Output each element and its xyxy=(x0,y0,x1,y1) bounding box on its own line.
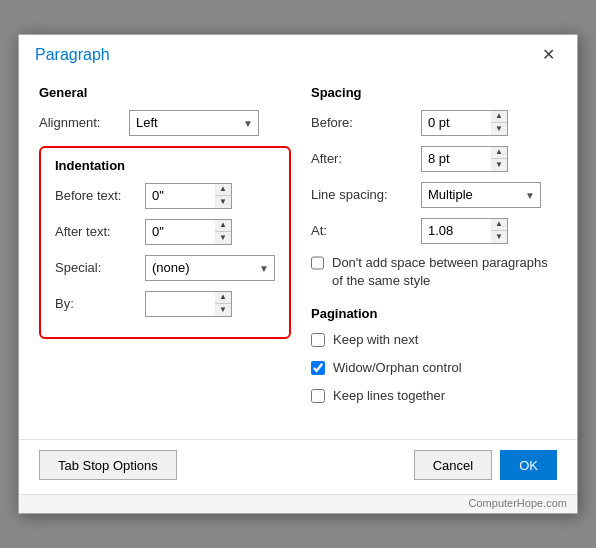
pagination-title: Pagination xyxy=(311,306,557,321)
general-title: General xyxy=(39,85,291,100)
before-text-label: Before text: xyxy=(55,188,145,203)
widow-orphan-row: Widow/Orphan control xyxy=(311,359,557,377)
special-select-wrapper[interactable]: (none) First line Hanging ▼ xyxy=(145,255,275,281)
indentation-section: Indentation Before text: 0" ▲ ▼ xyxy=(39,146,291,339)
dont-add-space-checkbox[interactable] xyxy=(311,256,324,270)
spacing-before-spinner[interactable]: 0 pt ▲ ▼ xyxy=(421,110,508,136)
by-down-btn[interactable]: ▼ xyxy=(215,304,231,316)
before-text-spinner[interactable]: 0" ▲ ▼ xyxy=(145,183,232,209)
widow-orphan-label: Widow/Orphan control xyxy=(333,359,462,377)
after-text-spinner-btns: ▲ ▼ xyxy=(215,219,232,245)
special-label: Special: xyxy=(55,260,145,275)
watermark: ComputerHope.com xyxy=(19,494,577,513)
dialog-footer: Tab Stop Options Cancel OK xyxy=(19,439,577,494)
alignment-row: Alignment: Left Center Right Justified ▼ xyxy=(39,110,291,136)
spacing-after-down-btn[interactable]: ▼ xyxy=(491,159,507,171)
left-column: General Alignment: Left Center Right Jus… xyxy=(39,85,291,416)
alignment-label: Alignment: xyxy=(39,115,129,130)
keep-with-next-label: Keep with next xyxy=(333,331,418,349)
line-spacing-row: Line spacing: Single 1.5 lines Double At… xyxy=(311,182,557,208)
dialog-body: General Alignment: Left Center Right Jus… xyxy=(19,73,577,432)
footer-right: Cancel OK xyxy=(414,450,557,480)
footer-left: Tab Stop Options xyxy=(39,450,177,480)
spacing-before-row: Before: 0 pt ▲ ▼ xyxy=(311,110,557,136)
line-spacing-select-wrapper[interactable]: Single 1.5 lines Double At least Exactly… xyxy=(421,182,541,208)
spacing-after-label: After: xyxy=(311,151,421,166)
by-up-btn[interactable]: ▲ xyxy=(215,292,231,304)
by-input[interactable] xyxy=(145,291,215,317)
keep-lines-row: Keep lines together xyxy=(311,387,557,405)
pagination-section: Pagination Keep with next Widow/Orphan c… xyxy=(311,306,557,406)
keep-lines-checkbox[interactable] xyxy=(311,389,325,403)
before-text-up-btn[interactable]: ▲ xyxy=(215,184,231,196)
at-label: At: xyxy=(311,223,421,238)
dont-add-space-row: Don't add space between paragraphs of th… xyxy=(311,254,557,290)
after-text-spinner[interactable]: 0" ▲ ▼ xyxy=(145,219,232,245)
general-section: General Alignment: Left Center Right Jus… xyxy=(39,85,291,136)
cancel-button[interactable]: Cancel xyxy=(414,450,492,480)
close-button[interactable]: ✕ xyxy=(536,45,561,65)
alignment-select[interactable]: Left Center Right Justified xyxy=(129,110,259,136)
dialog-title: Paragraph xyxy=(35,46,110,64)
after-text-up-btn[interactable]: ▲ xyxy=(215,220,231,232)
by-spinner[interactable]: ▲ ▼ xyxy=(145,291,232,317)
spacing-before-label: Before: xyxy=(311,115,421,130)
ok-button[interactable]: OK xyxy=(500,450,557,480)
title-bar: Paragraph ✕ xyxy=(19,35,577,73)
keep-lines-label: Keep lines together xyxy=(333,387,445,405)
spacing-after-row: After: 8 pt ▲ ▼ xyxy=(311,146,557,172)
after-text-input[interactable]: 0" xyxy=(145,219,215,245)
at-input[interactable]: 1.08 xyxy=(421,218,491,244)
dont-add-space-label: Don't add space between paragraphs of th… xyxy=(332,254,557,290)
spacing-after-spinner-btns: ▲ ▼ xyxy=(491,146,508,172)
by-spinner-btns: ▲ ▼ xyxy=(215,291,232,317)
keep-with-next-row: Keep with next xyxy=(311,331,557,349)
alignment-select-wrapper[interactable]: Left Center Right Justified ▼ xyxy=(129,110,259,136)
main-columns: General Alignment: Left Center Right Jus… xyxy=(39,85,557,416)
line-spacing-label: Line spacing: xyxy=(311,187,421,202)
after-text-row: After text: 0" ▲ ▼ xyxy=(55,219,275,245)
spacing-before-input[interactable]: 0 pt xyxy=(421,110,491,136)
spacing-before-down-btn[interactable]: ▼ xyxy=(491,123,507,135)
before-text-down-btn[interactable]: ▼ xyxy=(215,196,231,208)
after-text-down-btn[interactable]: ▼ xyxy=(215,232,231,244)
at-spinner[interactable]: 1.08 ▲ ▼ xyxy=(421,218,508,244)
spacing-section: Spacing Before: 0 pt ▲ ▼ xyxy=(311,85,557,290)
at-row: At: 1.08 ▲ ▼ xyxy=(311,218,557,244)
spacing-before-spinner-btns: ▲ ▼ xyxy=(491,110,508,136)
spacing-before-up-btn[interactable]: ▲ xyxy=(491,111,507,123)
special-select[interactable]: (none) First line Hanging xyxy=(145,255,275,281)
by-row: By: ▲ ▼ xyxy=(55,291,275,317)
before-text-row: Before text: 0" ▲ ▼ xyxy=(55,183,275,209)
by-label: By: xyxy=(55,296,145,311)
right-column: Spacing Before: 0 pt ▲ ▼ xyxy=(311,85,557,416)
before-text-spinner-btns: ▲ ▼ xyxy=(215,183,232,209)
at-spinner-btns: ▲ ▼ xyxy=(491,218,508,244)
keep-with-next-checkbox[interactable] xyxy=(311,333,325,347)
paragraph-dialog: Paragraph ✕ General Alignment: Left Cent… xyxy=(18,34,578,515)
at-down-btn[interactable]: ▼ xyxy=(491,231,507,243)
spacing-after-spinner[interactable]: 8 pt ▲ ▼ xyxy=(421,146,508,172)
at-up-btn[interactable]: ▲ xyxy=(491,219,507,231)
special-row: Special: (none) First line Hanging ▼ xyxy=(55,255,275,281)
spacing-title: Spacing xyxy=(311,85,557,100)
after-text-label: After text: xyxy=(55,224,145,239)
spacing-after-up-btn[interactable]: ▲ xyxy=(491,147,507,159)
indentation-title: Indentation xyxy=(55,158,275,173)
line-spacing-select[interactable]: Single 1.5 lines Double At least Exactly… xyxy=(421,182,541,208)
spacing-after-input[interactable]: 8 pt xyxy=(421,146,491,172)
widow-orphan-checkbox[interactable] xyxy=(311,361,325,375)
tab-stop-options-button[interactable]: Tab Stop Options xyxy=(39,450,177,480)
before-text-input[interactable]: 0" xyxy=(145,183,215,209)
